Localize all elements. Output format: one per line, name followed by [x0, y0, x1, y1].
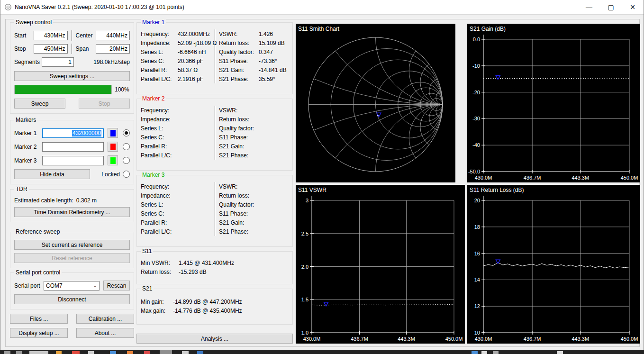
center-label: Center [76, 32, 96, 39]
close-button[interactable]: ✕ [622, 0, 644, 14]
set-reference-button[interactable]: Set current as reference [14, 240, 130, 250]
detail-label: Quality factor: [219, 49, 259, 55]
pinned-app-icon[interactable] [72, 351, 80, 354]
sweep-progress-bar [14, 85, 112, 94]
detail-row: Frequency: [141, 106, 215, 115]
display-setup-button[interactable]: Display setup ... [10, 328, 68, 338]
maximize-button[interactable]: ▢ [600, 0, 622, 14]
s11-stats-label: S11 [141, 248, 153, 254]
windows-taskbar[interactable] [0, 350, 644, 354]
s11-return-loss-chart[interactable]: S11 Return Loss (dB)201816141210430.0M43… [467, 185, 640, 344]
detail-label: Parallel R: [141, 219, 178, 226]
s11-return-loss-label: Return loss: [141, 269, 179, 275]
marker-3-sparam-column: VSWR:Return loss:Quality factor:S11 Phas… [215, 182, 289, 236]
detail-row: Parallel L/C: [141, 227, 215, 236]
detail-row: Series C:20.366 pF [141, 56, 215, 65]
svg-text:430.0M: 430.0M [475, 175, 492, 181]
detail-row: VSWR: [219, 182, 289, 191]
detail-label: S11 Phase: [219, 134, 259, 141]
disconnect-button[interactable]: Disconnect [14, 294, 130, 304]
cable-length-value: 0.302 m [76, 197, 97, 204]
stop-button[interactable]: Stop [79, 99, 130, 109]
marker-3-input[interactable] [42, 156, 104, 165]
markers-label: Markers [14, 117, 37, 123]
marker-2-color-button[interactable] [108, 142, 118, 152]
marker-1-color-button[interactable] [108, 128, 118, 138]
s11-vswr-chart[interactable]: S11 VSWR32.52.01.51.0430.0M436.7M443.3M4… [296, 185, 465, 344]
pinned-app-icon[interactable] [56, 351, 62, 354]
sweep-settings-button[interactable]: Sweep settings ... [14, 71, 130, 81]
marker-1-row: Marker 1432000000 [14, 128, 130, 138]
marker-1-color-swatch [110, 130, 116, 136]
active-app-button[interactable] [160, 350, 172, 354]
segments-input[interactable]: 1 [42, 57, 74, 67]
detail-label: S21 Gain: [219, 67, 259, 73]
locked-radio[interactable] [123, 171, 130, 178]
window-title: NanoVNA Saver 0.2.1 (Sweep: 2020-01-10 1… [15, 4, 184, 10]
pinned-app-icon[interactable] [182, 351, 189, 354]
detail-row: VSWR: [219, 106, 289, 115]
detail-label: Frequency: [141, 183, 178, 190]
tray-icon[interactable] [472, 351, 478, 354]
detail-row: S21 Phase: [219, 151, 289, 160]
detail-value: 0.347 [259, 49, 273, 55]
marker-1-input[interactable]: 432000000 [42, 128, 104, 138]
progress-percent: 100% [115, 86, 130, 93]
tdr-button[interactable]: Time Domain Reflectometry ... [14, 207, 130, 217]
stop-input[interactable]: 450MHz [34, 44, 68, 54]
reset-reference-button[interactable]: Reset reference [14, 253, 130, 263]
detail-row: Quality factor:0.347 [219, 47, 289, 56]
start-input[interactable]: 430MHz [34, 31, 68, 40]
minimize-button[interactable]: — [578, 0, 600, 14]
pinned-app-icon[interactable] [88, 351, 94, 354]
detail-row: S11 Phase: [219, 133, 289, 142]
detail-row: Parallel R: [141, 142, 215, 151]
svg-text:S11 Return Loss (dB): S11 Return Loss (dB) [470, 187, 524, 193]
tray-icon[interactable] [481, 351, 487, 354]
detail-label: S21 Phase: [219, 76, 259, 82]
detail-value: 58.37 Ω [178, 67, 198, 73]
tray-icon[interactable] [557, 351, 563, 354]
s21-stats-panel: S21 Min gain:-14.899 dB @ 447.200MHz Max… [136, 289, 293, 325]
reference-sweep-label: Reference sweep [14, 228, 61, 235]
pinned-app-icon[interactable] [144, 351, 150, 354]
cable-length-label: Estimated cable length: [14, 197, 73, 204]
detail-label: Series C: [141, 134, 178, 141]
files-button[interactable]: Files ... [10, 314, 68, 324]
marker-2-input[interactable] [42, 142, 104, 152]
hide-data-button[interactable]: Hide data [14, 169, 90, 179]
marker-3-radio[interactable] [123, 157, 130, 164]
svg-text:S11 VSWR: S11 VSWR [298, 187, 327, 193]
rescan-button[interactable]: Rescan [103, 281, 130, 290]
detail-label: Return loss: [219, 40, 259, 46]
about-button[interactable]: About ... [76, 328, 134, 338]
center-input[interactable]: 440MHz [96, 31, 130, 40]
span-label: Span [76, 45, 96, 52]
marker-2-radio[interactable] [123, 143, 130, 150]
detail-label: Series L: [141, 125, 178, 132]
marker-3-color-button[interactable] [108, 155, 118, 165]
marker-1-radio[interactable] [123, 129, 130, 136]
marker-2-details-title: Marker 2 [141, 95, 166, 102]
search-icon[interactable] [16, 351, 22, 354]
detail-row: S21 Phase:35.59° [219, 74, 289, 83]
serial-port-select[interactable]: COM7 ⌄ [44, 281, 100, 290]
s21-gain-chart[interactable]: S21 Gain (dB)0.0-10-20-30-40-50.0430.0M4… [467, 24, 640, 182]
tray-icon[interactable] [493, 351, 499, 354]
marker-2-label: Marker 2 [14, 144, 42, 150]
span-input[interactable]: 20MHz [96, 44, 130, 54]
search-text[interactable] [29, 351, 48, 354]
pinned-app-icon[interactable] [110, 351, 116, 354]
pinned-app-icon[interactable] [127, 351, 133, 354]
pinned-app-icon[interactable] [197, 351, 203, 354]
svg-text:S21 Gain (dB): S21 Gain (dB) [470, 26, 506, 32]
calibration-button[interactable]: Calibration ... [76, 314, 134, 324]
svg-text:2.0: 2.0 [301, 264, 308, 270]
svg-text:16: 16 [474, 251, 480, 256]
title-bar[interactable]: NanoVNA Saver 0.2.1 (Sweep: 2020-01-10 1… [0, 0, 644, 15]
analysis-button[interactable]: Analysis ... [136, 334, 293, 344]
s11-smith-chart[interactable]: S11 Smith Chart [296, 24, 455, 182]
start-icon[interactable] [4, 351, 10, 354]
sweep-button[interactable]: Sweep [14, 99, 65, 109]
detail-row: S21 Phase: [219, 227, 289, 236]
